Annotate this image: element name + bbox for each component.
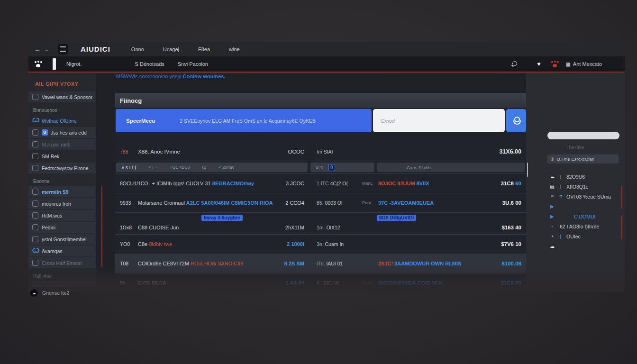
promo-link[interactable]: 3AAMDOWUR OWN RLMIS xyxy=(394,261,461,266)
summary-row[interactable]: 788 X88. Anoc IVmne OCOC Im SIAI 31X6.00 xyxy=(115,142,526,161)
panel-row[interactable]: ◔|OUIec xyxy=(547,232,623,241)
table-row[interactable]: 9933Molarsane Cronnuul A2LC 5A00/046IM C… xyxy=(115,193,526,212)
promo-chip[interactable]: Imray 3.6uygbre xyxy=(201,215,243,221)
filter-chip[interactable]: (B xyxy=(202,165,207,170)
row-link[interactable]: A2LC 5A00/046IM C8MIG5ON RIOAOl xyxy=(185,200,273,206)
panel-row[interactable]: ▶ xyxy=(547,202,623,211)
menu-item-ucagej[interactable]: Ucagej xyxy=(163,46,179,52)
slider-handle[interactable] xyxy=(53,58,56,70)
panel-row[interactable]: ▶C DOMUI xyxy=(547,212,623,221)
row-price: 31C8.00 xyxy=(484,280,526,286)
filter-status-label: Caos Stailib xyxy=(407,165,431,170)
filter-chip[interactable]: < I ⌣ xyxy=(149,165,158,170)
table-row[interactable]: Imray 3.6uygbre8OX DRIgUVIOl1Ox8C88 CUOI… xyxy=(115,212,526,234)
summary-qty: OCOC xyxy=(273,149,304,155)
table-row[interactable]: 8OCU1/1CO+ ICIMIb Iggs! CUOLV 31 8EGRACI… xyxy=(115,173,526,193)
sidebar-item[interactable]: mermiln S9 xyxy=(28,186,96,197)
summary-code: 788 xyxy=(115,149,134,155)
promo-banner[interactable]: SpeerMeeu 2 SVEEoynov ELG AM FruS OmS un… xyxy=(116,109,372,132)
panel-row[interactable]: ▪62 I AG8Io I)IIrrde xyxy=(547,222,623,231)
sidebar-footer[interactable]: ☁ Gnonsu Ite2 xyxy=(30,289,69,297)
banner-message: 2 SVEEoynov ELG AM FruS OmS un lo Acquin… xyxy=(180,118,316,124)
promo-link[interactable]: 97C -3AVEOAM0EUEA xyxy=(378,200,434,206)
filter-pill-status[interactable]: Caos Stailib xyxy=(377,163,525,172)
row-code: YO0 xyxy=(115,241,134,247)
forward-icon[interactable]: → xyxy=(43,46,51,53)
top-pill[interactable] xyxy=(547,132,619,139)
promo-link[interactable]: IDOClO@OIIEA.COID 9CK xyxy=(378,280,442,286)
notice-link[interactable]: MBWWts coorooonion ynsjy Coolnw woumes. xyxy=(116,73,225,79)
table-row[interactable]: T08COlOrd6e CE8VI I'2M ROnLHO8r 8ANOICII… xyxy=(115,254,526,273)
subnav-right-label[interactable]: Ant Mexcato xyxy=(573,61,602,67)
flag-icon: ⚑ xyxy=(547,194,557,199)
sidebar-item[interactable]: Cross Half Emson xyxy=(28,257,96,268)
filter-row: ʌ s ı r (< I ⌣+G1 4DE8(B< Zone8 ⊙ ↻ 0 Ca… xyxy=(115,161,526,173)
sidebar-item[interactable]: UJss hes ans edd xyxy=(28,127,96,138)
subnav-left-label[interactable]: Nigrot. xyxy=(66,61,82,67)
row-promo: IDOClO@OIIEA.COID 9CK xyxy=(376,280,484,286)
panel-row-label: 62 I AG8Io I)IIrrde xyxy=(560,224,599,229)
filter-chip[interactable]: +G1 4DE8 xyxy=(170,165,190,170)
sidebar-item[interactable]: RitM.wus xyxy=(28,210,96,221)
heart-icon[interactable]: ♥ xyxy=(537,61,540,67)
panel-search-item[interactable]: ⊕ O.I me EsrcxcOlan xyxy=(547,155,619,164)
sidebar-item[interactable]: ѠWvthae OlUime xyxy=(28,115,96,126)
panel-row[interactable]: ☁ xyxy=(547,242,623,251)
app-icon xyxy=(32,260,38,266)
summary-time: Im SIAI xyxy=(304,149,356,155)
row-time: 1 ITC 4C(2 O( xyxy=(304,181,356,186)
sidebar-item[interactable]: mounrus froh xyxy=(28,198,96,209)
sidebar-item[interactable]: SM Rek xyxy=(28,151,96,162)
row-price: $7V6 10 xyxy=(484,241,526,247)
submit-button[interactable] xyxy=(506,109,526,132)
filter-icons: ⊙ ↻ xyxy=(315,165,324,170)
row-link[interactable]: 8EGRACIMO/twy xyxy=(211,181,254,186)
row-tag: O.n.e xyxy=(356,281,376,285)
subnav-link-downloads[interactable]: S Dénoisads xyxy=(135,61,164,67)
promo-link[interactable]: 8VIIX xyxy=(417,181,429,186)
hamburger-menu-icon[interactable] xyxy=(58,44,68,55)
menu-item-f8ea[interactable]: F8ea xyxy=(198,46,210,52)
filter-pill-counter[interactable]: ⊙ ↻ 0 xyxy=(310,163,374,172)
top-menu: OnnoUcagejF8eawine xyxy=(131,46,240,52)
sidebar-item[interactable]: Vawel wans & Spoosor... xyxy=(28,91,96,102)
table-row[interactable]: 9hE-O6 I9U1A1 AA 846.. ElCl IMO.n.eIDOCl… xyxy=(115,273,526,288)
promo-code-input[interactable] xyxy=(373,109,505,132)
app-icon xyxy=(32,200,38,207)
subnav-link-position[interactable]: Srwi Pacolon xyxy=(178,61,208,67)
panel-row[interactable]: ▤|XIIO3Q1e xyxy=(547,182,623,191)
menu-item-onno[interactable]: Onno xyxy=(131,46,144,52)
row-promo: 8O3OC 92UUM 8VIIX xyxy=(376,181,484,186)
table-row[interactable]: YO0C8e 8ldhiv twe2 1000l3o. Cuam In$7V6 … xyxy=(115,234,526,254)
app-icon xyxy=(32,165,38,171)
menu-item-wine[interactable]: wine xyxy=(229,46,240,52)
panel-row[interactable]: ⚑TOVl 03 %eue SUma xyxy=(547,192,623,201)
filter-chip[interactable]: < Zone8 xyxy=(219,165,235,170)
app-icon xyxy=(32,153,38,159)
back-icon[interactable]: ← xyxy=(33,46,42,53)
notice-link-text[interactable]: Coolnw woumes. xyxy=(183,73,226,79)
search-icon[interactable] xyxy=(511,61,517,67)
filter-chip[interactable]: ʌ s ı r ( xyxy=(122,165,136,170)
sidebar-item[interactable]: SUl pan raith xyxy=(28,139,96,150)
sidebar-item[interactable]: Fedtsctwyscw Pirone xyxy=(28,163,96,173)
scrollbar-thumb[interactable] xyxy=(527,163,528,177)
counter-badge: 0 xyxy=(328,164,335,171)
row-name-highlight: ROnLHO8r 8ANOICII8 xyxy=(189,261,243,266)
promo-chip[interactable]: 8OX DRIgUVIOl xyxy=(377,215,416,221)
row-name: E-O6 I9U1A xyxy=(138,280,273,286)
play-icon: ▶ xyxy=(547,204,557,209)
page-title: Fiinocg xyxy=(120,97,142,104)
sidebar-item[interactable]: OK6 & IDOLKsa xyxy=(28,281,96,287)
panel-row[interactable]: ☁|82O9U6 xyxy=(547,172,623,181)
dot-icon: ▪ xyxy=(547,224,557,229)
panel-search-label: O.I me EsrcxcOlan xyxy=(556,156,594,162)
sidebar-item[interactable]: Pedini xyxy=(28,222,96,233)
row-name: C88 CUOISE Jun xyxy=(138,225,273,230)
row-code: 9h xyxy=(115,280,134,286)
summary-name: X88. Anoc IVmne xyxy=(138,149,273,155)
row-name: C8e 8ldhiv twe xyxy=(138,241,273,247)
red-paw-icon[interactable] xyxy=(551,61,559,67)
sidebar-item[interactable]: ѠAvamqas xyxy=(28,246,96,256)
sidebar-item[interactable]: ystol Gonstilmembel xyxy=(28,234,96,245)
